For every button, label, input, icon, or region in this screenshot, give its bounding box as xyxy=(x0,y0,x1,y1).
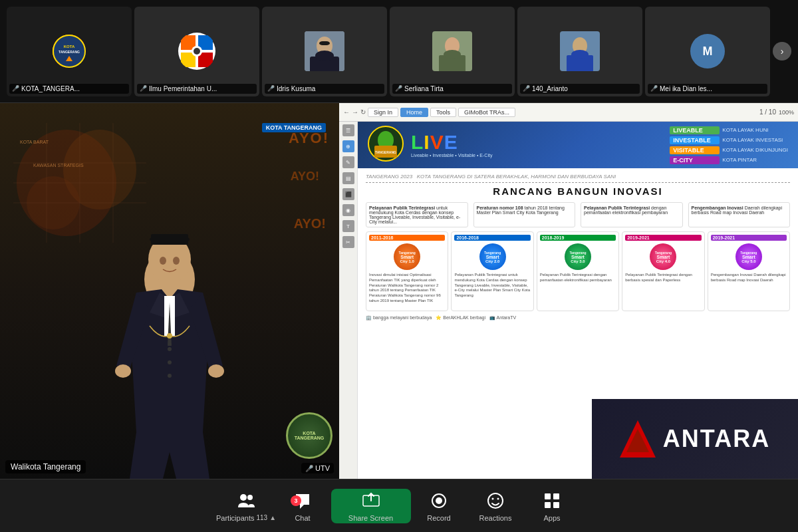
pdf-sidebar-icon-1[interactable]: ☰ xyxy=(342,124,354,136)
tangerang-logo: TANGERANG xyxy=(368,126,404,165)
timeline-text-2: Pelayanan Publik Terintegrasi untuk mend… xyxy=(454,273,530,299)
record-button[interactable]: Record xyxy=(411,483,467,529)
tag-label-liveable: LIVEABLE xyxy=(670,126,720,134)
participant-tile-ilmu[interactable]: 🎤 Ilmu Pemerintahan U... xyxy=(134,7,259,96)
timeline-item-1: 2011-2016 Tangerang Smart City 1.0 Inova… xyxy=(366,231,448,311)
record-icon xyxy=(428,490,450,511)
tag-desc-ecity: KOTA PINTAR xyxy=(722,157,757,163)
mic-off-icon-mei: 🎤 xyxy=(650,85,658,92)
timeline-period-3: 2018-2019 xyxy=(540,235,616,241)
participant-tile-mei[interactable]: M 🎤 Mei ika Dian les... xyxy=(645,7,770,96)
mic-off-icon-arianto: 🎤 xyxy=(523,85,530,92)
mic-off-icon-serliana: 🎤 xyxy=(395,85,402,92)
tag-visitable: VISITABLE KOTA LAYAK DIKUNJUNGI xyxy=(670,146,788,154)
pdf-tab-tools[interactable]: Tools xyxy=(430,108,456,117)
share-screen-button[interactable]: Share Screen xyxy=(331,489,411,523)
pdf-tab-signin[interactable]: Sign In xyxy=(368,108,398,117)
letter-l: L xyxy=(411,132,423,152)
svg-point-42 xyxy=(167,333,172,338)
timeline-item-4: 2019-2021 Tangerang Smart City 4.0 Pelay… xyxy=(622,231,704,311)
person-svg xyxy=(70,180,269,479)
participant-name-ilmu: 🎤 Ilmu Pemerintahan U... xyxy=(137,84,257,94)
letter-e: E xyxy=(444,132,458,152)
svg-rect-62 xyxy=(545,493,551,499)
live-tagline: Liveable • Investable • Visitable • E-Ci… xyxy=(411,153,492,158)
pdf-sidebar-icon-7[interactable]: T xyxy=(342,220,354,232)
pdf-forward-icon[interactable]: → xyxy=(352,108,358,116)
utv-badge: 🎤 UTV xyxy=(301,463,334,473)
pdf-sidebar-icon-6[interactable]: ◉ xyxy=(342,204,354,216)
timeline-item-3: 2018-2019 Tangerang Smart City 3.0 Pelay… xyxy=(537,231,619,311)
mic-off-icon-ilmu: 🎤 xyxy=(140,85,147,92)
pdf-sidebar-icon-2[interactable]: ⊕ xyxy=(342,140,354,152)
pelayanan-col-1: Pelayanan Publik Terintegrasi untuk mend… xyxy=(366,202,468,227)
letter-v: V xyxy=(430,132,444,152)
svg-point-23 xyxy=(571,50,589,59)
participant-name-kota: 🎤 KOTA_TANGERА... xyxy=(9,84,129,94)
smartcity-badge-1: Tangerang Smart City 1.0 xyxy=(394,243,420,270)
participant-tile-kota[interactable]: KOTA TANGERANG 🎤 KOTA_TANGERА... xyxy=(7,7,132,96)
tag-label-ecity: E-CITY xyxy=(670,156,720,164)
timeline-text-5: Pengembangan Inovasi Daerah dilengkapi b… xyxy=(711,273,787,283)
pdf-refresh-icon[interactable]: ↻ xyxy=(360,108,366,116)
svg-text:KOTA: KOTA xyxy=(64,45,75,49)
svg-point-37 xyxy=(160,257,166,265)
apps-button[interactable]: Apps xyxy=(524,483,581,529)
participant-bar: KOTA TANGERANG 🎤 KOTA_TANGERА... xyxy=(0,0,798,103)
svg-point-19 xyxy=(444,50,461,59)
city-seal: KOTATANGERANG xyxy=(286,412,332,459)
pdf-page-indicator: 1 / 10 xyxy=(759,108,776,116)
chat-button[interactable]: 3 Chat xyxy=(275,483,331,529)
timeline-text-1: Inovasi dimulai inisiasi Optimalisasi Pe… xyxy=(369,273,445,304)
participant-tile-arianto[interactable]: 🎤 140_Arianto xyxy=(517,7,642,96)
tangerang-year: TANGERANG 2023 KOTA TANGERANG DI SATERA … xyxy=(366,174,790,180)
timeline-item-2: 2016-2018 Tangerang Smart City 2.0 Pelay… xyxy=(451,231,533,311)
pelayanan-col-3: Pelayanan Publik Terintegrasi dengan pem… xyxy=(581,202,683,227)
reactions-button[interactable]: Reactions xyxy=(467,483,524,529)
tag-desc-liveable: KOTA LAYAK HUNI xyxy=(722,127,768,133)
pelayanan-col-4: Pengembangan Inovasi Daerah dilengkapi b… xyxy=(688,202,791,227)
svg-point-14 xyxy=(315,51,334,61)
pdf-tab-gimo[interactable]: GIMoBot TRAs... xyxy=(458,108,515,117)
pdf-back-icon[interactable]: ← xyxy=(343,108,350,116)
letter-i: I xyxy=(424,132,429,152)
mic-off-icon: 🎤 xyxy=(12,85,19,92)
participant-name-idris: 🎤 Idris Kusuma xyxy=(265,84,384,94)
reactions-icon xyxy=(485,490,506,511)
svg-text:TANGERANG: TANGERANG xyxy=(375,150,396,154)
antara-triangle-logo xyxy=(620,419,656,459)
branding-bangga: 🏢 bangga melayani berbudaya xyxy=(366,315,432,321)
timeline-period-1: 2011-2016 xyxy=(369,235,445,241)
pdf-sidebar-icon-8[interactable]: ✂ xyxy=(342,236,354,248)
pdf-toolbar-right: 1 / 10 100% xyxy=(759,108,794,116)
branding-antara-small: 📺 AntaraTV xyxy=(489,315,516,321)
main-content: AYO! AYO! AYO! KOTA BARAT KAWASAN STRATE… xyxy=(0,103,798,479)
participants-button[interactable]: Participants 113 ▲ xyxy=(218,483,275,529)
pdf-sidebar-icon-5[interactable]: ⬛ xyxy=(342,188,354,200)
chat-icon: 3 xyxy=(292,490,313,511)
reactions-label: Reactions xyxy=(479,514,512,522)
timeline-item-5: 2019-2021 Tangerang Smart City 5.0 Penge… xyxy=(708,231,790,311)
participant-tile-idris[interactable]: 🎤 Idris Kusuma xyxy=(262,7,387,96)
timeline-period-2: 2016-2018 xyxy=(454,235,530,241)
pdf-tab-home[interactable]: Home xyxy=(400,108,428,117)
pdf-toolbar: ← → ↻ Sign In Home Tools GIMoBot TRAs...… xyxy=(339,103,798,122)
svg-point-61 xyxy=(497,497,499,499)
participant-name-mei: 🎤 Mei ika Dian les... xyxy=(648,84,767,94)
participant-tile-serliana[interactable]: 🎤 Serliana Tirta xyxy=(390,7,515,96)
smartcity-badge-5: Tangerang Smart City 5.0 xyxy=(735,243,762,270)
tag-liveable: LIVEABLE KOTA LAYAK HUNI xyxy=(670,126,788,134)
scroll-next-button[interactable]: › xyxy=(773,42,791,61)
pdf-sidebar-icon-3[interactable]: ✎ xyxy=(342,156,354,168)
pdf-sidebar-icon-4[interactable]: ▤ xyxy=(342,172,354,184)
timeline-row: 2011-2016 Tangerang Smart City 1.0 Inova… xyxy=(366,231,790,311)
svg-rect-36 xyxy=(151,234,188,245)
participants-icon xyxy=(235,490,257,511)
share-screen-label: Share Screen xyxy=(348,514,393,522)
svg-rect-63 xyxy=(553,493,559,499)
tag-label-visitable: VISITABLE xyxy=(670,146,720,154)
participant-name-arianto: 🎤 140_Arianto xyxy=(520,84,640,94)
svg-rect-65 xyxy=(553,502,559,508)
timeline-text-3: Pelayanan Publik Terintegrasi dengan pem… xyxy=(540,273,616,283)
svg-point-43 xyxy=(168,347,172,351)
